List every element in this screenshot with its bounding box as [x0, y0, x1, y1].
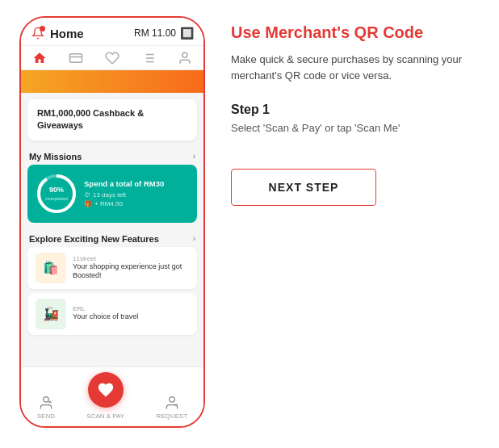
bottom-nav-request[interactable]: REQUEST — [157, 395, 188, 420]
phone-header: Home RM 11.00 🔲 — [21, 18, 203, 46]
explore-info-1: ERL Your choice of travel — [73, 305, 138, 322]
bottom-nav-scan[interactable]: SCAN & PAY — [86, 372, 124, 420]
explore-thumb-1: 🚂 — [36, 299, 66, 329]
bottom-nav-send[interactable]: SEND — [37, 395, 55, 420]
header-title: Home — [50, 27, 84, 40]
svg-rect-0 — [69, 54, 82, 63]
step-section: Step 1 Select 'Scan & Pay' or tap 'Scan … — [231, 103, 480, 136]
progress-circle: 90% completed — [36, 173, 78, 215]
clock-icon: ⏱ — [84, 191, 90, 199]
scan-pay-button[interactable] — [88, 372, 124, 408]
explore-item-0[interactable]: 🛍️ 11street Your shopping experience jus… — [27, 247, 197, 289]
nav-tab-card[interactable] — [69, 51, 83, 66]
main-container: Home RM 11.00 🔲 — [0, 0, 499, 448]
explore-item-1[interactable]: 🚂 ERL Your choice of travel — [27, 293, 197, 335]
cashback-card: RM1,000,000 Cashback & Giveaways — [27, 99, 197, 140]
mission-card: 90% completed Spend a total of RM30 ⏱ 13… — [27, 165, 197, 223]
promo-banner — [21, 70, 203, 93]
nav-tab-deals[interactable] — [105, 51, 120, 66]
missions-section-title: My Missions › — [21, 147, 203, 165]
header-title-group: Home — [31, 26, 84, 40]
nav-tab-home[interactable] — [32, 51, 47, 66]
nav-tab-profile[interactable] — [178, 51, 192, 66]
phone-mockup: Home RM 11.00 🔲 — [19, 16, 205, 428]
mission-meta: ⏱ 13 days left 🎁 + RM4.50 — [84, 191, 189, 207]
missions-chevron[interactable]: › — [193, 152, 195, 161]
svg-text:completed: completed — [45, 196, 68, 201]
right-panel: Use Merchant's QR Code Make quick & secu… — [231, 16, 480, 206]
phone-screen: Home RM 11.00 🔲 — [21, 18, 203, 426]
next-step-button[interactable]: NEXT STEP — [231, 169, 376, 206]
svg-point-10 — [39, 176, 74, 211]
step-text: Select 'Scan & Pay' or tap 'Scan Me' — [231, 120, 480, 136]
nav-tab-list[interactable] — [141, 51, 156, 66]
svg-point-14 — [170, 397, 175, 403]
explore-chevron[interactable]: › — [193, 234, 195, 243]
panel-title: Use Merchant's QR Code — [231, 23, 480, 42]
bell-icon — [31, 26, 45, 40]
panel-description: Make quick & secure purchases by scannin… — [231, 52, 480, 83]
notif-dot — [40, 26, 45, 31]
header-balance: RM 11.00 🔲 — [134, 27, 194, 40]
svg-text:90%: 90% — [49, 186, 64, 194]
explore-thumb-0: 🛍️ — [36, 253, 66, 283]
svg-point-8 — [182, 52, 187, 57]
reward-icon: 🎁 — [84, 200, 92, 207]
mission-info: Spend a total of RM30 ⏱ 13 days left 🎁 +… — [84, 179, 189, 207]
svg-point-13 — [43, 397, 48, 403]
explore-section-title: Explore Exciting New Features › — [21, 229, 203, 247]
explore-info-0: 11street Your shopping experience just g… — [73, 255, 189, 281]
wallet-icon: 🔲 — [180, 27, 194, 40]
phone-nav — [21, 46, 203, 70]
step-label: Step 1 — [231, 103, 480, 117]
bottom-nav: SEND SCAN & PAY REQU — [21, 366, 203, 426]
